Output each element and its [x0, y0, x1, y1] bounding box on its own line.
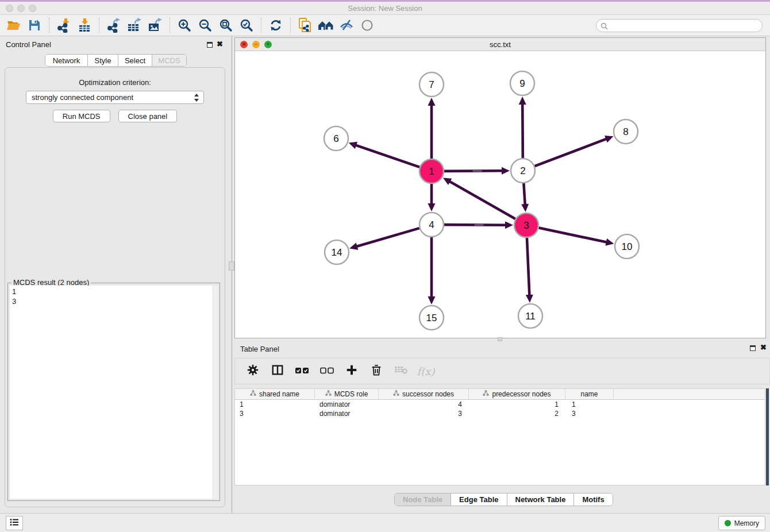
tab-mcds[interactable]: MCDS [152, 55, 186, 66]
fx-icon: f(x) [417, 365, 435, 377]
table-panel-tabs: Node Table Edge Table Network Table Moti… [394, 493, 613, 506]
column-header-successor-nodes[interactable]: successor nodes [379, 389, 469, 399]
delete-table-button[interactable] [394, 364, 409, 379]
tab-edge-table[interactable]: Edge Table [451, 494, 506, 506]
unchecked-boxes-icon [320, 366, 334, 376]
table-row[interactable]: 1 dominator 4 1 1 [235, 400, 765, 409]
open-session-button[interactable] [3, 16, 24, 34]
column-label: shared name [259, 390, 299, 398]
table-toolbar: f(x) [234, 358, 770, 384]
tab-motifs[interactable]: Motifs [573, 494, 612, 506]
column-header-name[interactable]: name [565, 389, 614, 399]
close-panel-button[interactable]: Close panel [118, 110, 178, 122]
svg-text:7: 7 [429, 79, 434, 90]
cell-shared-name: 1 [235, 400, 315, 409]
export-table-icon [127, 18, 142, 33]
save-session-button[interactable] [24, 16, 45, 34]
search-input[interactable] [596, 19, 763, 32]
search-icon [600, 22, 608, 32]
eye-slash-icon [339, 18, 354, 32]
criterion-dropdown[interactable]: strongly connected component [26, 91, 204, 104]
export-network-button[interactable] [103, 16, 124, 34]
cell-mcds-role: dominator [315, 400, 379, 409]
table-panel-header: Table Panel ✖ [234, 342, 770, 356]
table-scrollbar[interactable] [766, 388, 769, 485]
deselect-all-rows-button[interactable] [319, 364, 334, 379]
tab-select[interactable]: Select [118, 55, 152, 66]
refresh-icon [269, 18, 283, 32]
eye-icon [360, 18, 374, 32]
function-builder-button[interactable]: f(x) [418, 364, 433, 379]
delete-column-button[interactable] [369, 364, 384, 379]
clone-network-button[interactable] [295, 16, 315, 34]
export-table-button[interactable] [124, 16, 145, 34]
plus-icon [345, 364, 358, 379]
svg-text:4: 4 [429, 219, 434, 230]
zoom-fit-button[interactable] [215, 16, 236, 34]
svg-text:11: 11 [525, 311, 536, 322]
zoom-in-button[interactable] [174, 16, 195, 34]
network-canvas[interactable]: 1234678910111415 [235, 51, 765, 338]
control-panel-header: Control Panel ✖ [0, 38, 230, 52]
network-window-title: scc.txt [235, 40, 765, 49]
main-toolbar [0, 15, 770, 36]
memory-status-icon [725, 520, 731, 526]
network-resize-grip[interactable] [498, 337, 502, 341]
tab-network[interactable]: Network [45, 55, 87, 66]
control-panel-title: Control Panel [6, 40, 51, 49]
export-image-button[interactable] [145, 16, 165, 34]
table-row[interactable]: 3 dominator 3 2 3 [235, 409, 765, 418]
import-network-button[interactable] [53, 16, 74, 34]
status-bar: Memory [0, 513, 770, 532]
svg-text:2: 2 [520, 165, 525, 176]
window-titlebar: Session: New Session [0, 2, 770, 15]
panel-divider[interactable] [232, 36, 232, 513]
zoom-out-icon [198, 18, 212, 32]
mcds-result-text[interactable]: 1 3 [10, 286, 218, 499]
column-header-shared-name[interactable]: shared name [235, 389, 315, 399]
close-table-panel-icon[interactable]: ✖ [760, 343, 767, 352]
toolbar-separator [261, 18, 261, 33]
show-column-panel-button[interactable] [270, 364, 285, 379]
select-all-rows-button[interactable] [295, 364, 310, 379]
apply-layout-button[interactable] [265, 16, 286, 34]
float-panel-icon[interactable] [207, 42, 213, 48]
dropdown-stepper-icon [194, 93, 200, 102]
delete-table-icon [394, 365, 408, 377]
svg-text:6: 6 [333, 133, 338, 144]
zoom-in-icon [178, 18, 191, 32]
close-panel-icon[interactable]: ✖ [217, 40, 223, 48]
memory-button[interactable]: Memory [718, 516, 765, 530]
svg-text:15: 15 [426, 313, 437, 323]
save-floppy-icon [28, 18, 41, 32]
cell-name: 1 [565, 400, 614, 409]
import-table-button[interactable] [74, 16, 95, 34]
float-table-panel-icon[interactable] [750, 345, 756, 351]
hide-graphics-details-button[interactable] [336, 16, 357, 34]
tab-style[interactable]: Style [87, 55, 118, 66]
zoom-out-button[interactable] [195, 16, 215, 34]
column-label: MCDS role [334, 390, 368, 398]
home-neighbors-button[interactable] [315, 16, 336, 34]
show-hide-button[interactable] [357, 16, 378, 34]
zoom-selected-button[interactable] [236, 16, 257, 34]
result-scrollbar[interactable] [213, 286, 218, 499]
node-table: shared name MCDS role successor nodes pr… [234, 388, 765, 485]
split-columns-icon [271, 364, 284, 379]
cell-name: 3 [565, 409, 614, 418]
cell-successor-nodes: 4 [379, 400, 469, 409]
create-column-button[interactable] [344, 364, 359, 379]
network-window-titlebar[interactable]: ✕ − + scc.txt [235, 38, 765, 51]
control-panel: Control Panel ✖ Network Style Select MCD… [0, 36, 230, 508]
control-panel-tabs: Network Style Select MCDS [45, 54, 187, 67]
table-settings-button[interactable] [245, 364, 260, 379]
task-history-button[interactable] [6, 516, 23, 530]
tab-network-table[interactable]: Network Table [507, 494, 574, 506]
toolbar-search [596, 19, 763, 32]
svg-text:9: 9 [519, 78, 525, 89]
column-header-mcds-role[interactable]: MCDS role [315, 389, 379, 399]
tab-node-table[interactable]: Node Table [395, 494, 451, 506]
mcds-result-line: 3 [12, 296, 215, 306]
column-header-predecessor-nodes[interactable]: predecessor nodes [469, 389, 565, 399]
run-mcds-button[interactable]: Run MCDS [53, 110, 110, 122]
